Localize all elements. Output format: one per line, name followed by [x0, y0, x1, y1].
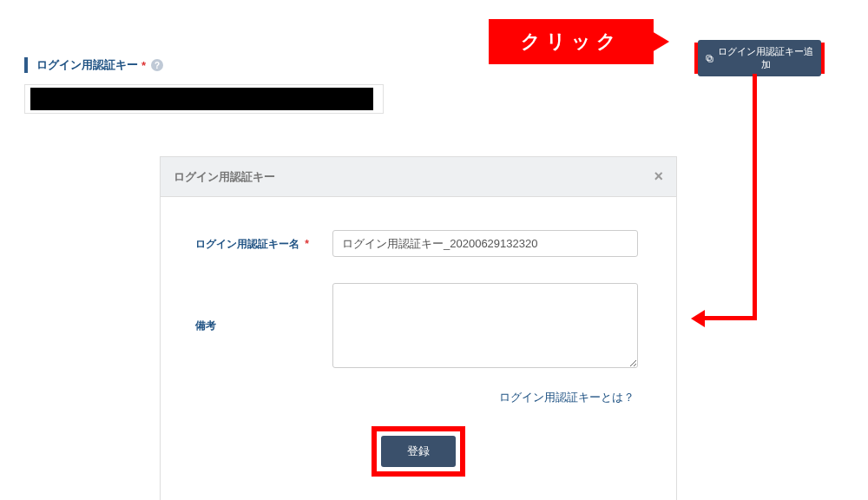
auth-key-help-link[interactable]: ログイン用認証キーとは？ [499, 391, 635, 404]
submit-row: 登録 [195, 426, 641, 492]
form-row-name: ログイン用認証キー名 * [195, 230, 641, 257]
section-title: ログイン用認証キー [36, 57, 138, 73]
register-button[interactable]: 登録 [381, 436, 456, 467]
callout-label: クリック [521, 29, 621, 55]
modal-body: ログイン用認証キー名 * 備考 ログイン用認証キーとは？ 登録 [161, 197, 676, 500]
annotation-arrow [753, 74, 757, 320]
annotation-arrow [703, 316, 757, 320]
add-auth-key-button[interactable]: ログイン用認証キー追加 [698, 40, 821, 76]
modal-title: ログイン用認証キー [174, 169, 275, 185]
redacted-content [30, 88, 373, 110]
modal-header: ログイン用認証キー × [161, 157, 676, 197]
svg-rect-1 [708, 56, 713, 62]
add-button-label: ログイン用認証キー追加 [717, 45, 814, 71]
add-button-highlight: ログイン用認証キー追加 [694, 43, 825, 74]
annotation-arrow-head [691, 310, 705, 327]
submit-highlight: 登録 [372, 426, 465, 477]
close-icon[interactable]: × [654, 168, 663, 186]
required-mark: * [305, 238, 309, 250]
help-link-row: ログイン用認証キーとは？ [195, 389, 641, 405]
copy-icon [705, 54, 714, 63]
auth-key-modal: ログイン用認証キー × ログイン用認証キー名 * 備考 ログイン用認証キーとは？… [160, 156, 677, 500]
svg-rect-0 [707, 55, 712, 60]
name-label: ログイン用認証キー名 * [195, 230, 332, 257]
remarks-textarea[interactable] [332, 283, 638, 368]
help-icon[interactable]: ? [151, 59, 163, 71]
annotation-callout: クリック [489, 19, 654, 64]
form-row-remarks: 備考 [195, 283, 641, 368]
section-header: ログイン用認証キー * ? [24, 57, 163, 73]
section-accent-bar [24, 57, 28, 73]
name-label-text: ログイン用認証キー名 [195, 238, 299, 250]
remarks-label: 備考 [195, 319, 332, 333]
redacted-field [24, 84, 384, 114]
auth-key-name-input[interactable] [332, 230, 638, 257]
required-mark: * [141, 59, 146, 72]
